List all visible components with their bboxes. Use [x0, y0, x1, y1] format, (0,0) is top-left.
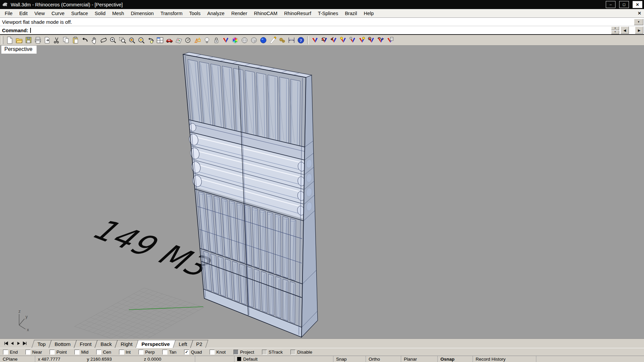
osnap-strack[interactable]: STrack: [262, 350, 283, 355]
next-view-button[interactable]: [15, 340, 22, 347]
viewport-tab-p2[interactable]: P2: [190, 340, 208, 348]
osnap-cen[interactable]: Cen: [96, 350, 111, 355]
print-button[interactable]: [33, 36, 43, 45]
brazil-environment-button[interactable]: [376, 36, 385, 45]
command-spinner-down[interactable]: ▼: [611, 31, 619, 34]
osnap-project[interactable]: Project: [233, 350, 254, 355]
viewport-tab-front[interactable]: Front: [74, 340, 98, 348]
brazil-render-off-button[interactable]: [348, 36, 357, 45]
color-wheel-button[interactable]: [230, 36, 240, 45]
viewport-layout-button[interactable]: [155, 36, 165, 45]
menu-item-dimension[interactable]: Dimension: [127, 10, 157, 17]
spotlight-button[interactable]: [268, 36, 277, 45]
copy-to-clipboard-button[interactable]: [61, 36, 71, 45]
osnap-near[interactable]: Near: [25, 350, 42, 355]
document-close-icon[interactable]: ✕: [638, 11, 641, 16]
osnap-project-checkbox[interactable]: [233, 350, 238, 355]
osnap-quad-checkbox[interactable]: ✓: [184, 350, 189, 355]
render-preview-sphere-button[interactable]: [240, 36, 249, 45]
save-file-button[interactable]: [24, 36, 33, 45]
osnap-int-checkbox[interactable]: [119, 350, 124, 355]
osnap-disable-checkbox[interactable]: [290, 350, 296, 355]
open-file-button[interactable]: [14, 36, 24, 45]
cut-button[interactable]: [52, 36, 61, 45]
first-view-button[interactable]: [3, 340, 9, 347]
osnap-strack-checkbox[interactable]: [262, 350, 267, 355]
menu-item-help[interactable]: Help: [360, 10, 377, 17]
radius-analysis-button[interactable]: [183, 36, 193, 45]
last-view-button[interactable]: [22, 340, 28, 347]
brazil-rerender-button[interactable]: [320, 36, 329, 45]
viewport-tab-right[interactable]: Right: [115, 340, 139, 348]
current-layer-pane[interactable]: Default: [234, 356, 333, 362]
osnap-point-checkbox[interactable]: [50, 350, 55, 355]
command-spinner-up[interactable]: ▲: [611, 26, 619, 30]
prev-view-button[interactable]: [9, 340, 15, 347]
command-line[interactable]: Command: ▲ ▼ ◀ ▶: [0, 26, 644, 35]
pan-view-button[interactable]: [90, 36, 99, 45]
zoom-dynamic-button[interactable]: [108, 36, 118, 45]
rhinocam-machine-button[interactable]: [165, 36, 174, 45]
menu-item-render[interactable]: Render: [228, 10, 251, 17]
menu-item-mesh[interactable]: Mesh: [109, 10, 127, 17]
zoom-window-button[interactable]: [118, 36, 127, 45]
render-mesh-sphere-button[interactable]: [249, 36, 259, 45]
export-file-button[interactable]: [43, 36, 52, 45]
maximize-button[interactable]: ◻: [619, 1, 629, 8]
viewport-tab-perspective[interactable]: Perspective: [136, 340, 176, 348]
render-full-sphere-button[interactable]: [259, 36, 268, 45]
brazil-render-on-button[interactable]: [338, 36, 348, 45]
minimize-button[interactable]: –: [606, 1, 615, 8]
status-pane-osnap[interactable]: Osnap: [438, 356, 473, 362]
status-pane-record-history[interactable]: Record History: [473, 356, 536, 362]
status-pane-ortho[interactable]: Ortho: [366, 356, 401, 362]
osnap-tan-checkbox[interactable]: [162, 350, 167, 355]
menu-item-transform[interactable]: Transform: [157, 10, 186, 17]
lock-objects-button[interactable]: [212, 36, 221, 45]
menu-item-t-splines[interactable]: T-Splines: [315, 10, 341, 17]
viewport-tab-bottom[interactable]: Bottom: [49, 340, 76, 348]
menu-item-solid[interactable]: Solid: [91, 10, 109, 17]
menu-item-edit[interactable]: Edit: [16, 10, 31, 17]
brazil-render-button[interactable]: [310, 36, 320, 45]
osnap-knot[interactable]: Knot: [210, 350, 226, 355]
paste-button[interactable]: [71, 36, 80, 45]
menu-item-curve[interactable]: Curve: [48, 10, 68, 17]
osnap-end-checkbox[interactable]: [3, 350, 8, 355]
perspective-viewport[interactable]: Perspective 149 M3 zyx: [0, 46, 644, 339]
menu-item-surface[interactable]: Surface: [68, 10, 91, 17]
osnap-cen-checkbox[interactable]: [96, 350, 101, 355]
menu-item-tools[interactable]: Tools: [186, 10, 204, 17]
brazil-lighting-button[interactable]: [357, 36, 367, 45]
osnap-near-checkbox[interactable]: [25, 350, 31, 355]
osnap-mid-checkbox[interactable]: [74, 350, 79, 355]
status-pane-snap[interactable]: Snap: [333, 356, 366, 362]
brazil-materials-button[interactable]: [367, 36, 376, 45]
cplane-pane[interactable]: CPlane: [0, 356, 35, 362]
viewport-tab-back[interactable]: Back: [95, 340, 118, 348]
osnap-mid[interactable]: Mid: [74, 350, 89, 355]
rotate-view-button[interactable]: [99, 36, 108, 45]
viewport-title-label[interactable]: Perspective: [1, 46, 37, 54]
osnap-perp[interactable]: Perp: [139, 350, 155, 355]
undo-view-change-button[interactable]: [146, 36, 155, 45]
osnap-quad[interactable]: ✓Quad: [184, 350, 202, 355]
osnap-knot-checkbox[interactable]: [210, 350, 215, 355]
menu-item-brazil[interactable]: Brazil: [341, 10, 360, 17]
command-history-dropdown[interactable]: ▼: [634, 19, 643, 25]
zoom-extents-button[interactable]: [137, 36, 146, 45]
osnap-disable[interactable]: Disable: [290, 350, 312, 355]
lamp-button[interactable]: [202, 36, 212, 45]
draft-angle-analysis-button[interactable]: [193, 36, 202, 45]
brazil-render-document-button[interactable]: [385, 36, 395, 45]
menu-item-rhinocam[interactable]: RhinoCAM: [251, 10, 281, 17]
osnap-end[interactable]: End: [3, 350, 18, 355]
status-pane-planar[interactable]: Planar: [401, 356, 438, 362]
new-document-button[interactable]: [5, 36, 14, 45]
brazil-render-selected-button[interactable]: [329, 36, 338, 45]
brazil-shield-button[interactable]: [221, 36, 230, 45]
command-scroll-right[interactable]: ▶: [635, 26, 643, 34]
menu-item-analyze[interactable]: Analyze: [204, 10, 228, 17]
osnap-int[interactable]: Int: [119, 350, 131, 355]
close-button[interactable]: ✕: [633, 1, 642, 8]
